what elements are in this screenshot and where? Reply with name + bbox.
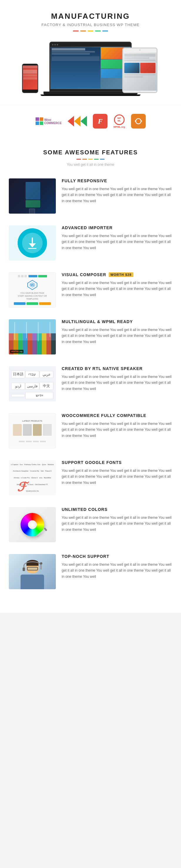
rtl-arabic: عربي [40,371,53,378]
feature-title-importer: ADVANCED IMPORTER [62,225,172,230]
font-covered: Covered By [29,470,40,472]
font-veb: Veb [40,470,44,472]
font-armata: Armata [13,476,20,479]
feature-image-rtl: 日本語 עברי عربي اردو فارسی 中文 יידיש [9,366,56,401]
rtl-empty [11,394,25,397]
laptop-foot [41,94,140,96]
woo-product-1 [13,424,22,436]
divider-dot-5 [102,31,108,31]
feature-content-woocommerce: WOOCOMMERCE FULLY COMPATIBLE You well ge… [62,413,172,439]
font-iosans: io Sans [27,483,34,486]
woo-product-2 [23,424,32,436]
feature-image-woocommerce: LATEST PRODUCTS [9,413,56,448]
wpml-logo: WPML WPML.org [113,115,125,128]
feature-title-colors: UNLIMITED COLORS [62,507,172,512]
feature-text-colors: You well get it all in one theme You wel… [62,515,172,533]
feature-image-fonts: s Caption Exo Pathway Gothic One Ques Wa… [9,460,56,495]
features-title: SOME AWESOME FEATURES [9,149,172,156]
hero-subtitle: FACTORY & INDUSTRIAL BUSINESS WP THEME [6,23,175,27]
woo-products [13,424,52,436]
font-caption: s Caption [10,463,19,466]
logos-section: Woo COMMERCE F WPML WPML.org [0,105,181,137]
font-pathway: Pathway Gothic One [24,463,41,466]
svg-text:VC: VC [30,283,34,287]
feature-content-vc: VISUAL COMPOSER WORTH $28 You well get i… [62,272,172,298]
feature-content-wpml: MULTILINGUAL & WPML READY You well get i… [62,319,172,345]
feature-text-vc: You well get it all in one theme You wel… [62,280,172,298]
feature-content-colors: UNLIMITED COLORS You well get it all in … [62,507,172,533]
feature-content-fonts: SUPPORT GOOGLE FONTS You well get it all… [62,460,172,486]
feature-google-fonts: s Caption Exo Pathway Gothic One Ques Wa… [9,460,172,495]
fdivider-3 [88,159,93,160]
font-architects: Architects Daughter [12,470,29,472]
hero-title: MANUFACTURING [6,12,175,21]
rtl-farsi: فارسی [25,383,39,390]
feature-content-rtl: CREATED BY RTL NATIVE SPEAKER You well g… [62,366,172,392]
fdivider-2 [82,159,87,160]
feature-text-support: You well get it all in one theme You wel… [62,562,172,580]
feature-advanced-importer: ADVANCED IMPORTER You well get it all in… [9,225,172,260]
font-patua: Patua O [45,470,52,472]
svg-marker-1 [135,120,136,122]
feature-wpml: ⊕WPML.org MULTILINGUAL & WPML READY You … [9,319,172,354]
font-cursive-f: ℱ [17,480,27,494]
feature-title-support: TOP-NOCH SUPPORT [62,554,172,559]
hero-section: MANUFACTURING FACTORY & INDUSTRIAL BUSIN… [0,0,181,105]
feature-image-colors [9,507,56,542]
feature-image-wpml: ⊕WPML.org [9,319,56,354]
colorlib-logo [68,116,87,126]
hero-divider [6,31,175,31]
feature-image-importer [9,225,56,260]
device-mockups [6,37,175,96]
woo-product-4 [43,424,52,436]
features-section: SOME AWESOME FEATURES You well get it al… [0,137,181,613]
feature-image-vc: VC YOU HAVE BLANK PAGESTART ADDING CONTE… [9,272,56,308]
fontello-logo: F [93,114,107,128]
fdivider-4 [94,159,99,160]
feature-support: TOP-NOCH SUPPORT You well get it all in … [9,554,172,589]
feature-content-responsive: FULLY RESPONSIVE You well get it all in … [62,178,172,204]
divider-dot-4 [95,31,101,31]
rtl-urdu: اردو [11,383,25,390]
woocommerce-logo: Woo COMMERCE [35,117,62,125]
feature-title-fonts: SUPPORT GOOGLE FONTS [62,460,172,465]
font-sms: sms [38,476,43,479]
laptop-bar [50,42,131,46]
laptop-mockup [49,42,132,92]
divider-dot-2 [80,31,86,31]
divider-dot-3 [87,31,94,31]
feature-visual-composer: VC YOU HAVE BLANK PAGESTART ADDING CONTE… [9,272,172,308]
laptop-screen [50,46,131,89]
feature-text-importer: You well get it all in one theme You wel… [62,233,172,251]
feature-image-support [9,554,56,589]
feature-title-vc: VISUAL COMPOSER WORTH $28 [62,272,172,277]
font-gloria: Gloria H [30,476,38,479]
rtl-hebrew: עברי [25,371,39,378]
tablet-mockup [122,48,157,93]
dot-1 [52,44,53,45]
woo-product-3 [33,424,42,436]
features-divider [9,159,172,160]
divider-dot-1 [73,31,79,31]
dot-2 [54,44,56,45]
svg-marker-0 [141,120,142,122]
feature-title-woocommerce: WOOCOMMERCE FULLY COMPATIBLE [62,413,172,418]
worth-badge: WORTH $28 [109,272,133,277]
feature-content-importer: ADVANCED IMPORTER You well get it all in… [62,225,172,251]
wpml-badge: ⊕WPML.org [10,350,24,353]
font-exo: Exo [19,463,23,466]
font-warfare: Warfare [47,463,54,466]
tablet-screen [123,53,157,91]
feature-text-responsive: You well get it all in one theme You wel… [62,186,172,204]
feature-fully-responsive: FULLY RESPONSIVE You well get it all in … [9,178,172,214]
feature-title-rtl: CREATED BY RTL NATIVE SPEAKER [62,366,172,371]
feature-rtl: 日本語 עברי عربي اردو فارسی 中文 יידיש CREATE… [9,366,172,401]
rtl-japanese: 日本語 [11,370,25,378]
font-backmile: BackMile [43,476,51,479]
font-code: e Code Pro [20,476,30,479]
feature-text-rtl: You well get it all in one theme You wel… [62,374,172,392]
feature-colors: UNLIMITED COLORS You well get it all in … [9,507,172,542]
feature-text-woocommerce: You well get it all in one theme You wel… [62,421,172,439]
feature-image-responsive [9,178,56,214]
dot-3 [57,44,58,45]
